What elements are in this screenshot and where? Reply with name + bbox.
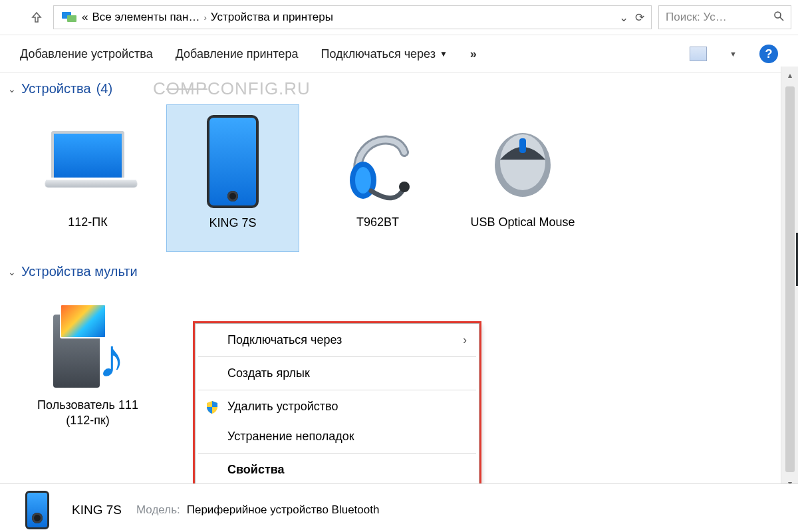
phone-icon — [176, 112, 289, 211]
chevron-down-icon: ⌄ — [8, 84, 16, 94]
watermark: COMPCONFIG.RU — [153, 78, 311, 99]
device-label: KING 7S — [209, 215, 256, 247]
control-panel-icon — [61, 9, 78, 26]
group-devices-header[interactable]: ⌄ Устройства (4) — [8, 78, 798, 100]
menu-separator — [198, 453, 476, 454]
breadcrumb-seg-2[interactable]: Устройства и принтеры — [211, 11, 333, 24]
svg-rect-1 — [67, 15, 76, 22]
mouse-icon — [466, 111, 579, 211]
nav-up-icon[interactable] — [27, 7, 47, 27]
device-item-112pk[interactable]: 112-ПК — [21, 104, 154, 252]
chevron-right-icon: › — [203, 13, 206, 23]
device-item-t962bt[interactable]: T962BT — [311, 104, 444, 252]
toolbar: Добавление устройства Добавление принтер… — [0, 35, 798, 73]
menu-item-label: Свойства — [227, 463, 285, 477]
device-label: Пользователь 111 (112-пк) — [27, 398, 149, 430]
device-item-user111[interactable]: ♪ Пользователь 111 (112-пк) — [21, 287, 154, 434]
view-mode-dropdown-icon[interactable]: ▼ — [730, 50, 737, 58]
device-label: 112-ПК — [68, 215, 107, 247]
menu-item-label: Создать ярлык — [227, 366, 310, 380]
svg-point-5 — [355, 167, 371, 194]
search-icon[interactable] — [773, 11, 784, 25]
menu-connect-via[interactable]: Подключаться через › — [196, 325, 479, 355]
toolbar-add-printer[interactable]: Добавление принтера — [176, 47, 299, 61]
group-multimedia-title: Устройства мульти — [21, 264, 138, 279]
menu-item-label: Подключаться через — [227, 333, 342, 347]
chevron-down-icon: ⌄ — [8, 267, 16, 277]
details-pane: KING 7S Модель: Периферийное устройство … — [0, 483, 798, 532]
toolbar-connect-via[interactable]: Подключаться через ▼ — [321, 47, 448, 61]
chevron-right-icon: › — [463, 333, 467, 347]
breadcrumb-dropdown-icon[interactable]: ⌄ — [619, 11, 628, 25]
menu-separator — [198, 356, 476, 357]
search-input[interactable]: Поиск: Ус… — [658, 5, 791, 29]
content-area: COMPCONFIG.RU ⌄ Устройства (4) 112-ПК KI… — [0, 73, 798, 499]
toolbar-overflow-icon[interactable]: » — [470, 47, 477, 61]
scroll-up-icon[interactable]: ▴ — [781, 66, 799, 84]
breadcrumb-prefix: « — [82, 11, 88, 24]
device-label: T962BT — [356, 215, 399, 247]
menu-remove-device[interactable]: Удалить устройство — [196, 392, 479, 422]
breadcrumb[interactable]: « Все элементы пан… › Устройства и принт… — [53, 5, 652, 29]
search-placeholder: Поиск: Ус… — [666, 11, 727, 24]
svg-rect-9 — [519, 138, 526, 153]
device-item-mouse[interactable]: USB Optical Mouse — [456, 104, 589, 252]
menu-separator — [198, 390, 476, 390]
menu-properties[interactable]: Свойства — [196, 455, 479, 485]
group-devices-count: (4) — [96, 81, 112, 96]
details-model-value: Периферийное устройство Bluetooth — [187, 503, 380, 517]
view-mode-button[interactable] — [690, 47, 707, 61]
toolbar-connect-via-label: Подключаться через — [321, 47, 436, 61]
chevron-down-icon: ▼ — [440, 49, 448, 59]
context-menu: Подключаться через › Создать ярлык Удали… — [195, 323, 479, 487]
help-button[interactable]: ? — [759, 45, 778, 63]
phone-icon — [17, 491, 57, 529]
svg-point-6 — [399, 182, 410, 192]
media-device-icon: ♪ — [31, 294, 144, 394]
breadcrumb-seg-1[interactable]: Все элементы пан… — [92, 11, 200, 24]
menu-item-label: Удалить устройство — [227, 400, 338, 414]
group-multimedia-header[interactable]: ⌄ Устройства мульти — [8, 261, 798, 283]
toolbar-add-device[interactable]: Добавление устройства — [20, 47, 153, 61]
menu-troubleshoot[interactable]: Устранение неполадок — [196, 422, 479, 452]
details-name: KING 7S — [72, 503, 122, 517]
device-label: USB Optical Mouse — [470, 215, 575, 247]
device-item-king7s[interactable]: KING 7S — [166, 104, 299, 252]
laptop-icon — [31, 111, 144, 211]
breadcrumb-refresh-icon[interactable]: ⟳ — [635, 11, 644, 25]
details-model-key: Модель: — [136, 503, 180, 517]
headset-icon — [321, 111, 434, 211]
group-devices-title: Устройства — [21, 81, 91, 96]
scrollbar-thumb[interactable] — [785, 86, 795, 472]
svg-line-3 — [780, 17, 783, 21]
menu-create-shortcut[interactable]: Создать ярлык — [196, 358, 479, 388]
shield-icon — [205, 400, 219, 414]
menu-item-label: Устранение неполадок — [227, 430, 354, 444]
svg-point-2 — [775, 12, 781, 18]
